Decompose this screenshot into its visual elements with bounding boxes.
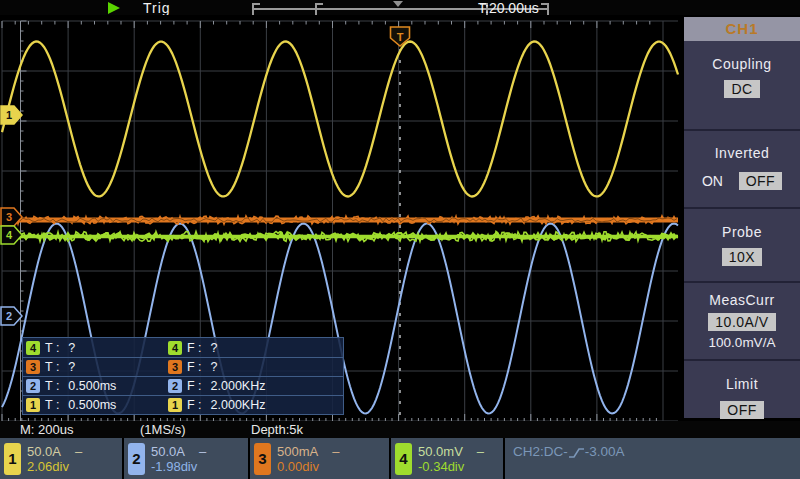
ch1-coupling-icon: – [75, 444, 82, 459]
horizontal-offset-readout: T:20.00us [478, 0, 539, 16]
limit-value-button[interactable]: OFF [720, 401, 764, 419]
trigger-time-marker-label: T [397, 31, 404, 43]
ch1-number-badge: 1 [4, 443, 21, 475]
ch4-offset: -0.34div [418, 459, 484, 474]
ch4-number-badge: 4 [395, 443, 412, 475]
meascurr-sub-value: 100.0mV/A [684, 335, 800, 350]
menu-section-coupling[interactable]: Coupling DC [684, 56, 800, 129]
ch3-number-badge: 3 [254, 443, 271, 475]
trigger-status-label: Trig [143, 0, 171, 16]
meascurr-value-button[interactable]: 10.0A/V [708, 313, 775, 331]
probe-label: Probe [684, 224, 800, 240]
ch3-badge: 3 [26, 360, 40, 374]
ch2-badge: 2 [26, 379, 40, 393]
rising-edge-icon [569, 447, 584, 459]
probe-value-button[interactable]: 10X [722, 248, 762, 266]
inverted-label: Inverted [684, 145, 800, 161]
ch1-period-value: 0.500ms [68, 398, 116, 412]
period-label: T : [45, 360, 59, 374]
limit-label: Limit [684, 376, 800, 392]
freq-label: F : [187, 360, 202, 374]
ch2-scale: 50.0A [151, 444, 185, 459]
ch1-freq-value: 2.000KHz [211, 398, 266, 412]
ch2-position-marker-label: 2 [6, 310, 12, 322]
menu-title: CH1 [684, 17, 800, 41]
ch1-offset: 2.06div [27, 459, 82, 474]
ch4-info-box[interactable]: 4 50.0mV– -0.34div [391, 438, 503, 479]
ch2-badge: 2 [168, 379, 182, 393]
meascurr-label: MeasCurr [684, 292, 800, 308]
sample-rate-readout: (1MS/s) [140, 422, 186, 437]
oscilloscope-screen: Trig T:20.00us T1234 4T :? 4F :? 3T :? 3… [0, 0, 800, 479]
menu-section-probe[interactable]: Probe 10X [684, 207, 800, 281]
freq-label: F : [187, 379, 202, 393]
memory-depth-readout: Depth:5k [251, 422, 303, 437]
coupling-label: Coupling [684, 56, 800, 72]
ch3-position-marker-label: 3 [6, 211, 12, 223]
top-status-bar: Trig T:20.00us [0, 0, 800, 15]
period-label: T : [45, 379, 59, 393]
trigger-source-coupling: CH2:DC- [513, 444, 568, 459]
acquisition-status-bar: M: 200us (1MS/s) Depth:5k [0, 421, 800, 438]
ch3-info-box[interactable]: 3 500mA– 0.00div [250, 438, 389, 479]
ch2-info-box[interactable]: 2 50.0A– -1.98div [124, 438, 248, 479]
ch4-freq-value: ? [211, 341, 218, 355]
ch2-coupling-icon: – [199, 444, 206, 459]
freq-label: F : [187, 341, 202, 355]
channel-menu-panel: CH1 Coupling DC Inverted ON OFF Probe 10… [684, 17, 800, 418]
period-label: T : [45, 398, 59, 412]
run-status-icon [108, 2, 120, 14]
trigger-info-box[interactable]: CH2:DC- -3.00A [505, 438, 800, 479]
ch1-position-marker-label: 1 [6, 109, 12, 121]
ch3-freq-value: ? [211, 360, 218, 374]
period-label: T : [45, 341, 59, 355]
ch1-scale: 50.0A [27, 444, 61, 459]
ch4-period-value: ? [68, 341, 75, 355]
freq-label: F : [187, 398, 202, 412]
inverted-off-option[interactable]: OFF [739, 172, 783, 190]
menu-section-meascurr[interactable]: MeasCurr 10.0A/V 100.0mV/A [684, 281, 800, 359]
coupling-value-button[interactable]: DC [724, 80, 759, 98]
inverted-on-option[interactable]: ON [702, 173, 723, 189]
ch1-badge: 1 [168, 398, 182, 412]
ch2-period-value: 0.500ms [68, 379, 116, 393]
ch3-period-value: ? [68, 360, 75, 374]
ch1-info-box[interactable]: 1 50.0A– 2.06div [0, 438, 122, 479]
ch1-waveform [2, 42, 678, 197]
trigger-level-value: -3.00A [585, 444, 625, 459]
ch4-coupling-icon: – [477, 444, 484, 459]
menu-section-inverted[interactable]: Inverted ON OFF [684, 129, 800, 207]
ch3-offset: 0.00div [277, 459, 339, 474]
ch4-position-marker-label: 4 [6, 229, 13, 241]
channel-info-bar: 1 50.0A– 2.06div 2 50.0A– -1.98div 3 500… [0, 438, 800, 479]
ch4-badge: 4 [26, 341, 40, 355]
ch2-offset: -1.98div [151, 459, 206, 474]
measurement-overlay: 4T :? 4F :? 3T :? 3F :? 2T :0.500ms 2F :… [22, 337, 344, 415]
ch3-badge: 3 [168, 360, 182, 374]
ch3-coupling-icon: – [332, 444, 339, 459]
ch1-badge: 1 [26, 398, 40, 412]
timebase-readout: M: 200us [20, 422, 73, 437]
trigger-position-pointer-icon [393, 1, 403, 7]
ch2-freq-value: 2.000KHz [211, 379, 266, 393]
ch4-badge: 4 [168, 341, 182, 355]
ch3-scale: 500mA [277, 444, 318, 459]
ch4-scale: 50.0mV [418, 444, 463, 459]
ch2-number-badge: 2 [128, 443, 145, 475]
